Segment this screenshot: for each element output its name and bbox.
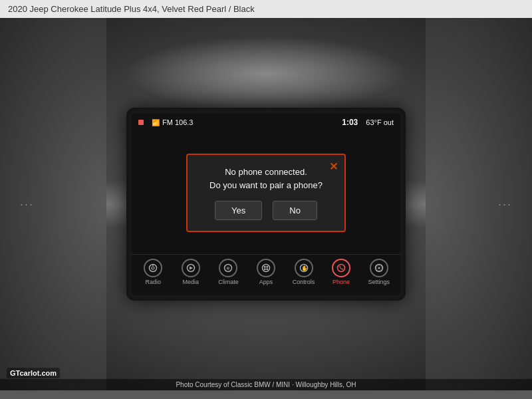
nav-settings[interactable]: Settings (366, 259, 392, 293)
right-panel: ··· (426, 18, 532, 390)
controls-nav-label: Controls (293, 279, 315, 285)
page-title: 2020 Jeep Cherokee Latitude Plus 4x4, Ve… (8, 4, 255, 14)
yes-button[interactable]: Yes (215, 201, 262, 220)
phone-nav-icon (332, 259, 350, 277)
svg-point-16 (378, 267, 380, 269)
settings-nav-icon (370, 259, 388, 277)
apps-nav-label: Apps (259, 279, 273, 285)
radio-nav-icon (144, 259, 162, 277)
media-nav-icon (182, 259, 200, 277)
svg-point-1 (152, 267, 154, 269)
climate-nav-label: Climate (218, 279, 239, 285)
dialog-buttons: Yes No (201, 201, 331, 220)
nav-apps[interactable]: Apps (253, 259, 279, 293)
nav-radio[interactable]: Radio (140, 259, 166, 293)
clock-display: 1:03 (342, 118, 358, 127)
media-nav-label: Media (183, 279, 200, 285)
controls-nav-icon: ✋ (295, 259, 313, 277)
nav-media[interactable]: Media (178, 259, 204, 293)
photo-credit: Photo Courtesy of Classic BMW / MINI · W… (0, 379, 532, 390)
svg-rect-10 (264, 269, 266, 271)
radio-station: FM 106.3 (162, 118, 193, 126)
screen-bezel: 📶 FM 106.3 1:03 63°F out ✕ No phone conn… (126, 108, 406, 301)
svg-text:✋: ✋ (301, 265, 308, 271)
nav-bar: Radio Media (132, 254, 400, 295)
dialog-overlay: ✕ No phone connected. Do you want to pai… (132, 132, 400, 254)
main-content-area: ✕ No phone connected. Do you want to pai… (132, 132, 400, 254)
nav-controls[interactable]: ✋ Controls (291, 259, 317, 293)
dialog-message: No phone connected. Do you want to pair … (201, 166, 331, 192)
apps-nav-icon (257, 259, 275, 277)
no-button[interactable]: No (273, 201, 317, 220)
dialog-line1: No phone connected. (225, 167, 307, 177)
svg-text:❄: ❄ (226, 266, 230, 271)
svg-rect-9 (266, 266, 268, 268)
radio-wave-icon: 📶 (152, 119, 160, 126)
watermark: GTcarlot.com (7, 368, 60, 378)
car-background: ··· ··· 📶 FM 106.3 1:03 63°F out ✕ (0, 18, 532, 390)
settings-nav-label: Settings (368, 279, 390, 285)
page-title-bar: 2020 Jeep Cherokee Latitude Plus 4x4, Ve… (0, 0, 532, 18)
svg-marker-4 (190, 267, 193, 270)
svg-point-7 (262, 265, 269, 272)
nav-climate[interactable]: ❄ Climate (215, 259, 241, 293)
dialog-line2: Do you want to pair a phone? (209, 180, 323, 190)
radio-nav-label: Radio (146, 279, 162, 285)
dialog-close-button[interactable]: ✕ (329, 160, 338, 173)
radio-status: 📶 FM 106.3 (152, 118, 193, 126)
svg-point-14 (338, 265, 345, 272)
phone-nav-label: Phone (332, 279, 350, 285)
left-panel: ··· (0, 18, 106, 390)
nav-phone[interactable]: Phone (328, 259, 354, 293)
climate-nav-icon: ❄ (219, 259, 237, 277)
phone-pair-dialog: ✕ No phone connected. Do you want to pai… (186, 154, 346, 232)
infotainment-screen: 📶 FM 106.3 1:03 63°F out ✕ No phone conn… (132, 113, 400, 295)
left-dots: ··· (20, 198, 34, 211)
status-bar: 📶 FM 106.3 1:03 63°F out (132, 113, 400, 132)
svg-rect-8 (264, 266, 266, 268)
right-dots: ··· (498, 198, 512, 211)
svg-rect-11 (266, 269, 268, 271)
status-indicator (138, 120, 144, 125)
temperature-display: 63°F out (366, 118, 394, 126)
